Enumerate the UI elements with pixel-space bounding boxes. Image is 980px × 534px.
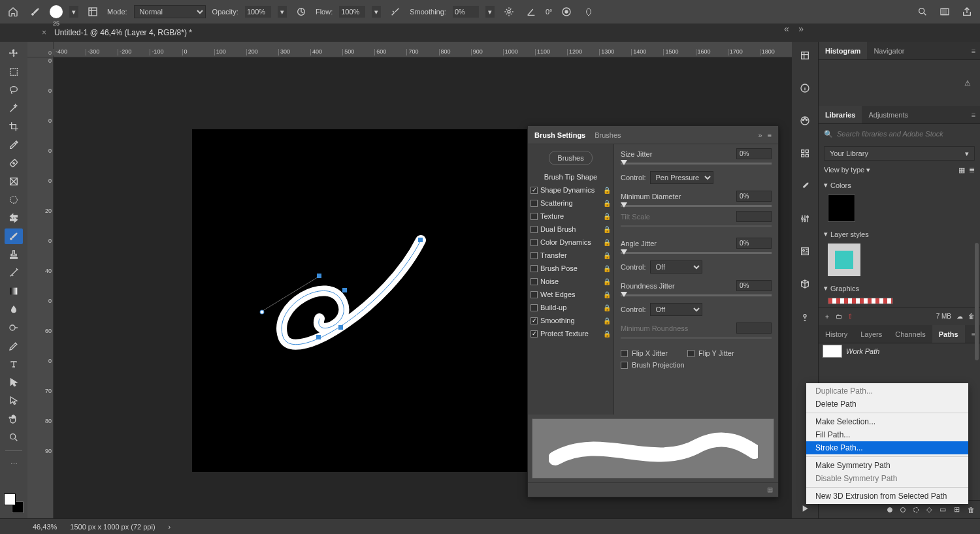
layer-styles-section[interactable]: ▾Layer styles (819, 226, 980, 242)
selection-from-path-icon[interactable] (913, 507, 919, 512)
brushes-button[interactable]: Brushes (549, 151, 592, 165)
brush-option-smoothing[interactable]: Smoothing🔒 (528, 314, 613, 327)
ruler-horizontal[interactable]: -400-300-200-100010020030040050060070080… (54, 42, 792, 57)
tab-adjustments[interactable]: Adjustments (862, 106, 915, 123)
roundness-jitter-value[interactable]: 0% (736, 280, 772, 291)
lock-icon[interactable]: 🔒 (603, 330, 611, 338)
upload-icon[interactable]: ⇧ (847, 313, 853, 320)
brush-option-brush-pose[interactable]: Brush Pose🔒 (528, 262, 613, 275)
tab-layers[interactable]: Layers (854, 325, 889, 343)
ctx-fill-path[interactable]: Fill Path... (806, 428, 968, 441)
min-diameter-value[interactable]: 0% (736, 191, 772, 202)
opacity-input[interactable] (245, 6, 271, 18)
fill-path-icon[interactable] (887, 507, 892, 512)
layer-style-item[interactable] (828, 243, 860, 276)
path-from-selection-icon[interactable]: ◇ (926, 505, 932, 514)
tab-navigator[interactable]: Navigator (867, 42, 911, 59)
mode-select[interactable]: Normal (134, 5, 206, 18)
brush-option-scattering[interactable]: Scattering🔒 (528, 196, 613, 210)
crop-tool[interactable] (5, 119, 23, 134)
airbrush-icon[interactable] (387, 4, 403, 20)
checkbox[interactable] (531, 226, 538, 233)
ctx-make-symmetry[interactable]: Make Symmetry Path (806, 459, 968, 472)
search-icon[interactable] (915, 4, 930, 20)
ctx-stroke-path[interactable]: Stroke Path... (806, 441, 968, 454)
properties-panel-icon[interactable] (797, 46, 813, 65)
zoom-tool[interactable] (5, 430, 23, 445)
move-tool[interactable] (5, 46, 23, 61)
healing-tool[interactable] (5, 155, 23, 171)
tab-paths[interactable]: Paths (932, 325, 965, 343)
checkbox[interactable] (531, 317, 538, 324)
share-icon[interactable] (959, 4, 975, 20)
colors-section[interactable]: ▾Colors (819, 177, 980, 193)
canvas[interactable] (192, 129, 551, 472)
ruler-vertical[interactable]: 00000200400600708090 (27, 57, 54, 518)
marquee-tool[interactable] (5, 64, 23, 80)
character-panel-icon[interactable] (797, 242, 813, 261)
checkbox[interactable] (531, 252, 538, 259)
flip-y-checkbox[interactable]: Flip Y Jitter (687, 349, 734, 357)
trash-icon[interactable]: 🗑 (968, 506, 975, 514)
view-by-label[interactable]: View by type (824, 166, 864, 174)
zoom-level[interactable]: 46,43% (33, 523, 57, 531)
graphics-item[interactable] (828, 298, 893, 304)
color-swatch-item[interactable] (828, 195, 855, 222)
control-select-2[interactable]: Off (650, 260, 702, 274)
screen-mode-icon[interactable] (937, 4, 953, 20)
lock-icon[interactable]: 🔒 (603, 304, 611, 311)
new-preset-icon[interactable]: ⊞ (767, 486, 773, 494)
checkbox[interactable] (531, 200, 538, 207)
edit-toolbar-icon[interactable]: ⋯ (5, 456, 23, 472)
lock-icon[interactable]: 🔒 (603, 252, 611, 259)
brush-option-noise[interactable]: Noise🔒 (528, 275, 613, 288)
roundness-jitter-slider[interactable] (621, 294, 772, 296)
selection-tool[interactable] (5, 192, 23, 208)
home-icon[interactable] (5, 4, 21, 20)
angle-icon[interactable] (523, 4, 539, 20)
ctx-delete-path[interactable]: Delete Path (806, 398, 968, 411)
ctx-new-3d-extrusion[interactable]: New 3D Extrusion from Selected Path (806, 490, 968, 503)
mask-icon[interactable]: ▭ (939, 505, 946, 514)
tab-histogram[interactable]: Histogram (819, 42, 867, 59)
swap-tool[interactable] (5, 210, 23, 226)
gear-icon[interactable] (501, 4, 517, 20)
new-path-icon[interactable]: ⊞ (954, 505, 960, 514)
tab-history[interactable]: History (819, 325, 854, 343)
magic-wand-tool[interactable] (5, 101, 23, 116)
brush-icon[interactable] (27, 4, 43, 20)
blur-tool[interactable] (5, 302, 23, 317)
grid-view-icon[interactable]: ▦ (958, 166, 965, 174)
expand-right-icon[interactable]: » (798, 24, 804, 34)
lasso-tool[interactable] (5, 82, 23, 98)
adjustments-panel-icon[interactable] (797, 209, 813, 228)
chevron-down-icon[interactable]: ▾ (69, 6, 78, 18)
smoothing-input[interactable] (453, 6, 479, 18)
hand-tool[interactable] (5, 411, 23, 427)
ctx-make-selection[interactable]: Make Selection... (806, 415, 968, 428)
angle-jitter-slider[interactable] (621, 252, 772, 254)
library-search[interactable]: 🔍 Search libraries and Adobe Stock (819, 124, 980, 144)
trash-icon[interactable]: 🗑 (968, 313, 975, 320)
brush-option-dual-brush[interactable]: Dual Brush🔒 (528, 223, 613, 236)
add-icon[interactable]: ＋ (824, 312, 830, 321)
direct-select-tool[interactable] (5, 393, 23, 409)
lock-icon[interactable]: 🔒 (603, 200, 611, 207)
type-tool[interactable] (5, 356, 23, 372)
tab-brushes[interactable]: Brushes (595, 131, 621, 139)
scrollbar[interactable] (975, 243, 979, 360)
pressure-opacity-icon[interactable] (293, 4, 309, 20)
checkbox[interactable] (531, 187, 538, 194)
brush-option-texture[interactable]: Texture🔒 (528, 210, 613, 223)
stroke-path-icon[interactable] (900, 507, 906, 512)
learn-panel-icon[interactable] (797, 307, 813, 326)
brushes-panel-icon[interactable] (797, 176, 813, 196)
size-jitter-value[interactable]: 0% (736, 148, 772, 159)
swatches-panel-icon[interactable] (797, 144, 813, 163)
stamp-tool[interactable] (5, 247, 23, 262)
pressure-size-icon[interactable] (559, 4, 574, 20)
checkbox[interactable] (531, 265, 538, 272)
collapse-icon[interactable]: » (758, 131, 762, 139)
color-swatches[interactable] (4, 494, 24, 513)
flip-x-checkbox[interactable]: Flip X Jitter (621, 349, 668, 357)
